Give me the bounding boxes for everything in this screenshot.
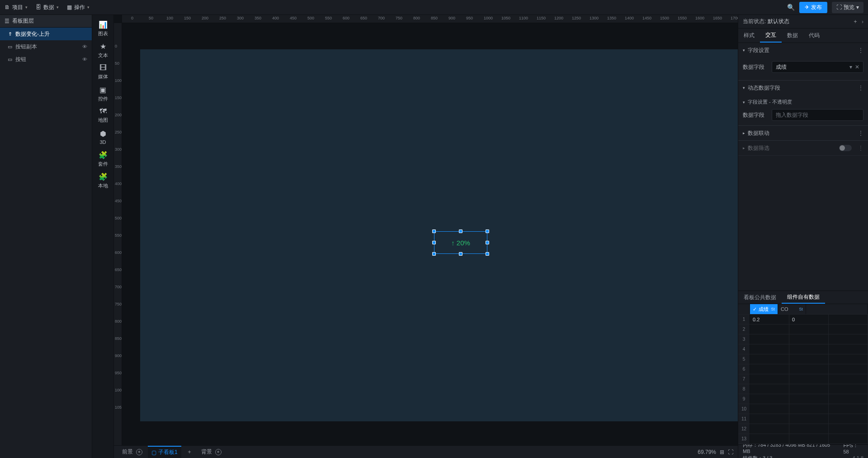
- inspector-tab[interactable]: 代码: [803, 29, 825, 43]
- resize-handle-ml[interactable]: [432, 241, 436, 244]
- selected-component[interactable]: ↑ 20%: [434, 231, 487, 254]
- inspector-tab[interactable]: 样式: [738, 29, 760, 43]
- fullscreen-icon[interactable]: ⛶: [728, 449, 733, 455]
- fit-icon[interactable]: ⊞: [720, 449, 724, 455]
- canvas-stage[interactable]: ↑ 20%: [122, 23, 738, 445]
- data-tab[interactable]: 看板公共数据: [738, 291, 782, 304]
- close-icon[interactable]: ✕: [855, 64, 859, 70]
- grid-cell[interactable]: [789, 354, 829, 364]
- grid-row[interactable]: 6: [738, 364, 868, 374]
- grid-row[interactable]: 4: [738, 344, 868, 354]
- section-dynamic-header[interactable]: ▾ 动态数据字段 ⋮: [738, 81, 868, 95]
- component-category[interactable]: 🗺地图: [92, 105, 113, 126]
- more-icon[interactable]: ⋮: [858, 130, 863, 136]
- grid-cell[interactable]: [829, 394, 868, 404]
- grid-row[interactable]: 3: [738, 334, 868, 344]
- grid-cell[interactable]: [789, 344, 829, 354]
- grid-row[interactable]: 9: [738, 394, 868, 404]
- grid-cell[interactable]: [789, 424, 829, 434]
- layer-row[interactable]: ⇑数据变化-上升: [0, 28, 92, 40]
- resize-handle-tl[interactable]: [432, 229, 436, 233]
- add-state-icon[interactable]: ＋: [853, 18, 858, 25]
- filter-toggle[interactable]: [839, 145, 852, 151]
- component-category[interactable]: 🎞媒体: [92, 61, 113, 83]
- component-category[interactable]: 📊图表: [92, 18, 113, 39]
- more-icon[interactable]: ⋮: [858, 145, 863, 151]
- data-field-select[interactable]: 成绩 ▾✕: [772, 61, 863, 73]
- grid-cell[interactable]: [750, 384, 789, 394]
- inspector-tab[interactable]: 交互: [760, 29, 782, 43]
- add-tab-button[interactable]: ＋: [183, 446, 196, 458]
- grid-cell[interactable]: [829, 374, 868, 384]
- grid-cell[interactable]: [829, 434, 868, 444]
- inspector-tab[interactable]: 数据: [782, 29, 803, 43]
- component-category[interactable]: 🧩本地: [92, 170, 113, 191]
- grid-row[interactable]: 10: [738, 404, 868, 414]
- grid-cell[interactable]: 0: [789, 315, 829, 324]
- tab-background[interactable]: 背景 +: [198, 446, 225, 458]
- grid-row[interactable]: 7: [738, 374, 868, 384]
- section-link-header[interactable]: ▸ 数据联动 ⋮: [738, 126, 868, 140]
- publish-button[interactable]: ✈ 发布: [799, 2, 827, 13]
- tab-subboard[interactable]: ▢ 子看板1: [148, 446, 181, 458]
- grid-cell[interactable]: 0.2: [750, 315, 789, 324]
- grid-cell[interactable]: [789, 394, 829, 404]
- grid-cell[interactable]: [789, 384, 829, 394]
- component-category[interactable]: ▣控件: [92, 83, 113, 105]
- grid-row[interactable]: 5: [738, 354, 868, 364]
- menu-data[interactable]: 🗄 数据 ▾: [36, 4, 59, 11]
- eye-icon[interactable]: 👁: [82, 44, 87, 49]
- grid-cell[interactable]: [750, 394, 789, 404]
- resize-handle-tr[interactable]: [486, 229, 489, 233]
- eye-icon[interactable]: 👁: [82, 57, 87, 62]
- grid-cell[interactable]: [829, 315, 868, 324]
- grid-cell[interactable]: [829, 414, 868, 424]
- grid-cell[interactable]: [789, 434, 829, 444]
- grid-cell[interactable]: [789, 444, 829, 444]
- grid-cell[interactable]: [750, 364, 789, 374]
- component-category[interactable]: 🧩套件: [92, 148, 113, 170]
- grid-column-header[interactable]: ✓ 成绩St: [750, 304, 778, 314]
- grid-row[interactable]: 14: [738, 444, 868, 444]
- section-field-header[interactable]: ▾ 字段设置 ⋮: [738, 43, 868, 57]
- grid-cell[interactable]: [750, 434, 789, 444]
- grid-column-header[interactable]: COSt: [778, 304, 806, 314]
- grid-cell[interactable]: [789, 334, 829, 344]
- resize-handle-bl[interactable]: [432, 252, 436, 256]
- grid-cell[interactable]: [829, 324, 868, 334]
- component-category[interactable]: ★文本: [92, 39, 113, 61]
- grid-row[interactable]: 2: [738, 324, 868, 334]
- grid-cell[interactable]: [750, 324, 789, 334]
- grid-cell[interactable]: [750, 404, 789, 414]
- add-foreground-icon[interactable]: +: [136, 449, 142, 455]
- grid-cell[interactable]: [789, 374, 829, 384]
- grid-cell[interactable]: [789, 414, 829, 424]
- search-icon[interactable]: 🔍: [787, 4, 795, 11]
- opacity-subsection[interactable]: ▾ 字段设置 - 不透明度: [743, 99, 863, 105]
- grid-cell[interactable]: [750, 444, 789, 444]
- resize-handle-tm[interactable]: [459, 229, 462, 233]
- data-grid[interactable]: ✓ 成绩StCOSt 10.20234567891011121314: [738, 304, 868, 444]
- grid-cell[interactable]: [750, 424, 789, 434]
- grid-cell[interactable]: [789, 364, 829, 374]
- grid-cell[interactable]: [750, 374, 789, 384]
- grid-cell[interactable]: [789, 324, 829, 334]
- opacity-field-drop[interactable]: 拖入数据字段: [772, 109, 863, 121]
- grid-cell[interactable]: [829, 364, 868, 374]
- grid-cell[interactable]: [750, 414, 789, 424]
- resize-handle-mr[interactable]: [486, 241, 489, 244]
- resize-handle-bm[interactable]: [459, 252, 462, 256]
- layer-row[interactable]: ▭按钮👁: [0, 53, 92, 66]
- grid-cell[interactable]: [829, 354, 868, 364]
- chevron-right-icon[interactable]: ›: [862, 19, 863, 25]
- grid-row[interactable]: 8: [738, 384, 868, 394]
- add-background-icon[interactable]: +: [215, 449, 222, 455]
- menu-ops[interactable]: ▦ 操作 ▾: [67, 4, 90, 11]
- grid-row[interactable]: 10.20: [738, 314, 868, 324]
- more-icon[interactable]: ⋮: [858, 47, 863, 53]
- grid-cell[interactable]: [829, 404, 868, 414]
- component-category[interactable]: ⬢3D: [92, 126, 113, 148]
- grid-cell[interactable]: [829, 344, 868, 354]
- resize-handle-br[interactable]: [486, 252, 489, 256]
- grid-cell[interactable]: [789, 404, 829, 414]
